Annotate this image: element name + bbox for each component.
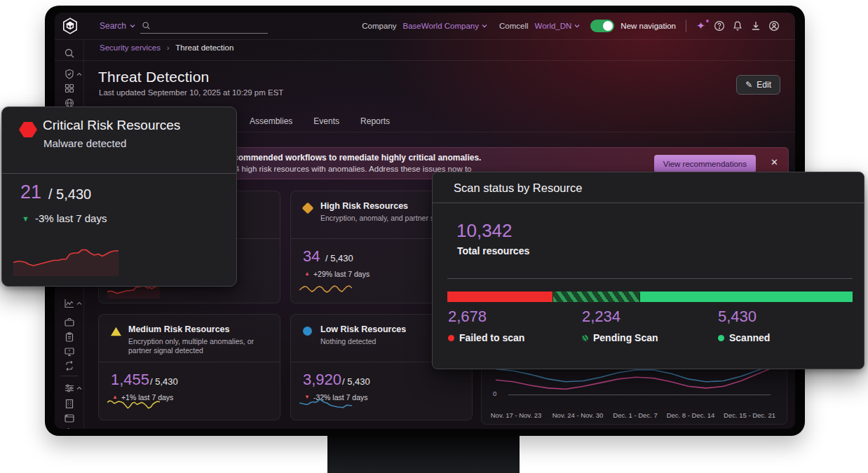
repeat-icon[interactable] — [64, 360, 75, 371]
ai-sparkle-icon[interactable]: ✦ — [695, 20, 707, 32]
scan-header-rule — [433, 203, 864, 203]
chevron-up-icon[interactable] — [76, 301, 82, 306]
desktop-scene: Search Company BaseWorld Company Comcell… — [0, 0, 868, 473]
total-resources-value: 10,342 — [456, 220, 513, 242]
sliders-icon[interactable] — [64, 383, 75, 394]
view-recommendations-button[interactable]: View recommendations — [654, 155, 756, 172]
company-value: BaseWorld Company — [403, 22, 479, 30]
total-resources-label: Total resources — [457, 245, 529, 256]
scanned-count: 5,430 — [718, 308, 757, 326]
card-value: 34 — [303, 247, 320, 266]
critical-sparkline-large — [13, 234, 118, 276]
comcell-dropdown[interactable]: World_DN — [535, 22, 581, 30]
notifications-bell-icon[interactable] — [731, 20, 743, 32]
topbar-divider — [686, 20, 686, 32]
sidebar-divider — [60, 376, 79, 376]
card-total: / 5,430 — [325, 253, 353, 263]
last-updated-text: Last updated September 10, 2025 at 10:29… — [99, 88, 283, 97]
high-diamond-icon — [302, 203, 314, 214]
apps-grid-icon[interactable] — [64, 83, 75, 94]
scanned-label: Scanned — [718, 332, 770, 343]
page-title: Threat Detection — [98, 69, 209, 85]
tab-bar: Assemblies Events Reports — [250, 116, 390, 126]
line-chart-icon[interactable] — [64, 298, 75, 309]
chevron-down-icon — [482, 24, 487, 28]
card-total: / 5,430 — [342, 376, 370, 387]
search-scope-dropdown[interactable]: Search — [100, 21, 135, 31]
card-title: Medium Risk Resources — [128, 324, 230, 334]
breadcrumb-current: Threat detection — [175, 43, 233, 52]
new-navigation-label: New navigation — [621, 22, 676, 30]
breadcrumb: Security services › Threat detection — [100, 43, 233, 52]
banner-title: commended workflows to remediate highly … — [233, 153, 481, 163]
browser-window-icon[interactable] — [64, 413, 75, 424]
new-navigation-toggle[interactable] — [590, 20, 614, 32]
medium-risk-card[interactable]: Medium Risk Resources Encryption only, m… — [98, 314, 280, 420]
x-tick-label: Dec. 15 - Dec. 21 — [717, 411, 782, 419]
monitor-stand — [327, 436, 520, 473]
card-value: 1,455 — [111, 371, 149, 389]
edit-pencil-icon: ✎ — [745, 80, 752, 90]
tab-assemblies[interactable]: Assemblies — [250, 116, 292, 126]
y-axis-zero-label: 0 — [493, 390, 496, 397]
scan-card-title: Scan status by Resource — [454, 181, 582, 195]
x-tick-label: Nov. 24 - Nov. 30 — [545, 411, 610, 419]
x-axis-line — [508, 395, 771, 395]
chevron-up-icon[interactable] — [76, 72, 82, 76]
building-icon[interactable] — [64, 398, 75, 409]
segment-failed — [447, 292, 552, 302]
medium-sparkline — [107, 395, 160, 416]
edit-button[interactable]: ✎ Edit — [736, 75, 780, 95]
gear-icon[interactable]: ⚙ — [64, 427, 75, 429]
search-scope-label: Search — [100, 21, 126, 31]
overlay-value: 21 — [20, 181, 41, 203]
briefcase-icon[interactable] — [64, 317, 75, 328]
tab-events[interactable]: Events — [313, 116, 339, 126]
chevron-down-icon — [574, 24, 580, 28]
scanned-dot-icon — [718, 335, 724, 341]
scan-status-progress-bar — [447, 292, 853, 302]
card-value: 3,920 — [303, 371, 341, 389]
tab-reports[interactable]: Reports — [360, 116, 390, 126]
segment-pending — [552, 292, 640, 302]
company-dropdown[interactable]: BaseWorld Company — [403, 22, 487, 30]
download-icon[interactable] — [750, 20, 761, 32]
topbar-right: Company BaseWorld Company Comcell World_… — [362, 13, 780, 39]
failed-label-text: Failed to scan — [459, 332, 524, 343]
critical-risk-overlay-card: Critical Risk Resources Malware detected… — [1, 107, 237, 287]
comcell-value: World_DN — [535, 22, 572, 30]
overlay-subtitle: Malware detected — [43, 137, 126, 149]
breadcrumb-section-link[interactable]: Security services — [100, 43, 161, 52]
topbar: Search Company BaseWorld Company Comcell… — [55, 13, 795, 39]
banner-close-icon[interactable]: ✕ — [771, 157, 778, 167]
overlay-title: Critical Risk Resources — [43, 118, 180, 133]
low-circle-icon — [303, 327, 312, 336]
app-logo-icon[interactable] — [61, 17, 79, 35]
help-icon[interactable] — [713, 20, 725, 32]
trend-up-icon: ▲ — [304, 271, 310, 277]
scan-status-overlay-card: Scan status by Resource 10,342 Total res… — [432, 172, 864, 369]
card-title: High Risk Resources — [320, 201, 408, 211]
breadcrumb-rule — [55, 60, 795, 61]
failed-count: 2,678 — [448, 308, 487, 326]
clipboard-icon[interactable] — [64, 331, 75, 343]
card-title: Low Risk Resources — [320, 324, 406, 334]
chevron-up-icon[interactable] — [76, 386, 82, 390]
x-tick-label: Dec. 8 - Dec. 14 — [658, 411, 723, 419]
trend-down-icon: ▼ — [22, 216, 29, 221]
pending-count: 2,234 — [582, 308, 621, 326]
topbar-rule — [55, 39, 795, 40]
x-tick-label: Nov. 17 - Nov. 23 — [484, 411, 548, 419]
overlay-header: Critical Risk Resources Malware detected — [2, 107, 236, 174]
medium-triangle-icon — [111, 327, 121, 336]
sidebar-search-icon[interactable] — [64, 48, 75, 59]
search-input[interactable] — [140, 18, 268, 34]
low-sparkline — [299, 395, 352, 416]
pending-label: Pending Scan — [582, 332, 658, 343]
comcell-label: Comcell — [499, 22, 529, 30]
overlay-total: / 5,430 — [48, 186, 91, 203]
monitor-alert-icon[interactable] — [64, 346, 75, 357]
account-icon[interactable] — [768, 20, 780, 32]
shield-check-icon[interactable] — [64, 69, 75, 80]
card-total: / 5,430 — [150, 376, 178, 387]
